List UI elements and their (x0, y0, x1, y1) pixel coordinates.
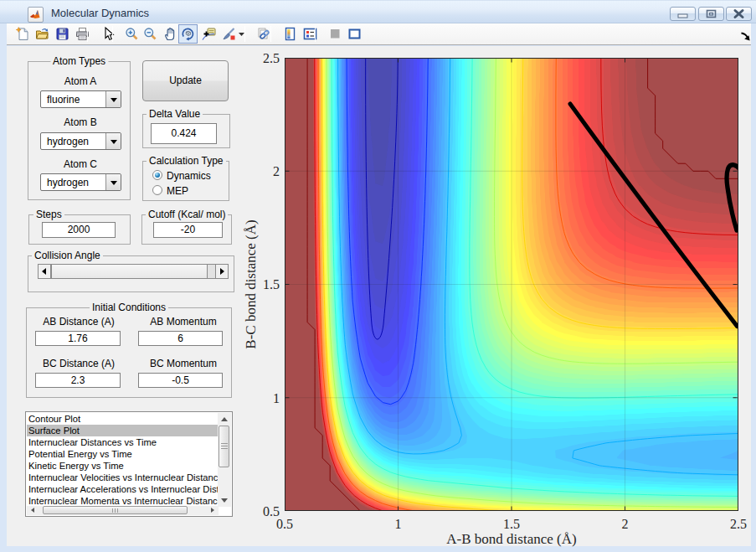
svg-text:1: 1 (395, 517, 402, 531)
svg-text:0.5: 0.5 (263, 504, 280, 518)
svg-text:A-B bond distance (Å): A-B bond distance (Å) (446, 531, 576, 547)
svg-text:1: 1 (273, 391, 280, 405)
svg-text:2: 2 (273, 164, 280, 178)
svg-text:2.5: 2.5 (263, 51, 280, 65)
svg-text:B-C bond distance (Å): B-C bond distance (Å) (243, 219, 259, 348)
svg-text:1.5: 1.5 (263, 277, 280, 291)
svg-text:2: 2 (622, 517, 629, 531)
svg-text:2.5: 2.5 (730, 517, 747, 531)
svg-text:0.5: 0.5 (276, 517, 293, 531)
svg-text:1.5: 1.5 (503, 517, 520, 531)
